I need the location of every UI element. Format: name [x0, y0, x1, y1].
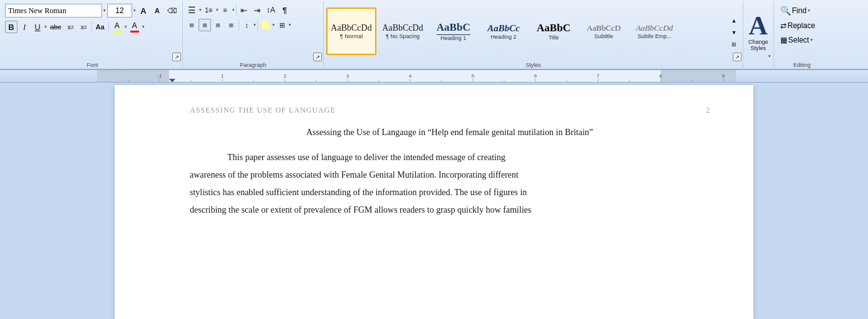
underline-button[interactable]: U: [31, 21, 44, 33]
style-heading2-label: Heading 2: [490, 34, 516, 40]
styles-expand-button[interactable]: ↗: [733, 53, 741, 61]
svg-text:6: 6: [534, 73, 537, 79]
select-button[interactable]: ▦ Select ▾: [778, 34, 827, 46]
doc-para-2: awareness of the problems associated wit…: [190, 166, 710, 184]
borders-button[interactable]: ⊞: [276, 19, 288, 31]
svg-text:5: 5: [472, 73, 475, 79]
styles-scroll: ▲ ▼ ⊞: [728, 13, 740, 50]
style-subtitle[interactable]: AaBbCcD Subtitle: [579, 8, 628, 55]
style-subtle-emphasis[interactable]: AaBbCcDd Subtle Emp...: [629, 8, 679, 55]
highlight-color-button[interactable]: A: [110, 20, 124, 34]
align-right-button[interactable]: ≡: [212, 19, 224, 31]
increase-indent-button[interactable]: ⇥: [251, 4, 264, 16]
change-styles-button[interactable]: A Change Styles ▾: [743, 1, 774, 70]
svg-text:-1: -1: [157, 73, 162, 79]
style-heading1-label: Heading 1: [440, 35, 466, 41]
doc-para-3: stylistics has enabled sufficient unders…: [190, 184, 710, 201]
styles-scroll-up[interactable]: ▲: [728, 15, 740, 26]
para-divider3: [257, 19, 258, 31]
doc-para-title: Assessing the Use of Langauge in “Help e…: [190, 124, 710, 141]
font-name-arrow[interactable]: ▾: [103, 8, 106, 13]
change-case-button[interactable]: Aa: [93, 21, 107, 33]
style-subtitle-preview: AaBbCcD: [587, 23, 621, 33]
align-center-button[interactable]: ≡: [199, 19, 211, 31]
style-no-spacing[interactable]: AaBbCcDd ¶ No Spacing: [378, 8, 428, 55]
style-heading2[interactable]: AaBbCc Heading 2: [479, 8, 528, 55]
ribbon: Times New Roman ▾ 12 ▾ A A ⌫ B I U ▾ abc…: [0, 0, 868, 70]
paragraph-section: ☰ ▾ 1≡ ▾ ≡ ▾ ⇤ ⇥ ↕A ¶ ≡ ≡ ≡ ≡ ↕ ▾ ▾ ⊞: [183, 1, 324, 70]
find-arrow[interactable]: ▾: [808, 8, 810, 13]
select-arrow[interactable]: ▾: [810, 38, 813, 43]
bold-button[interactable]: B: [5, 21, 18, 33]
font-expand-button[interactable]: ↗: [172, 53, 181, 61]
change-styles-icon: A: [749, 13, 768, 39]
strikethrough-button[interactable]: abc: [48, 21, 64, 33]
page-header: ASSESSING THE USE OF LANGUAGE 2: [190, 104, 710, 118]
style-heading2-preview: AaBbCc: [487, 23, 520, 34]
superscript-button[interactable]: x2: [78, 21, 90, 33]
numbering-arrow[interactable]: ▾: [216, 8, 219, 13]
page-number: 2: [706, 104, 710, 118]
doc-para-4: describing the scale or extent of preval…: [190, 201, 710, 219]
font-color-arrow[interactable]: ▾: [142, 24, 145, 29]
shading-arrow[interactable]: ▾: [272, 23, 275, 28]
style-title-label: Title: [549, 34, 559, 41]
bullets-arrow[interactable]: ▾: [199, 8, 202, 13]
document-body[interactable]: Assessing the Use of Langauge in “Help e…: [190, 124, 710, 219]
multilevel-arrow[interactable]: ▾: [232, 8, 235, 13]
para-divider2: [239, 19, 239, 31]
style-subtitle-label: Subtitle: [594, 33, 613, 39]
font-color-button[interactable]: A: [128, 20, 142, 34]
clear-format-button[interactable]: ⌫: [165, 4, 180, 17]
style-subtle-emphasis-preview: AaBbCcDd: [636, 23, 673, 33]
style-heading1[interactable]: AaBbC Heading 1: [429, 8, 478, 55]
font-size-arrow[interactable]: ▾: [133, 8, 136, 13]
find-label: Find: [792, 6, 807, 15]
editing-section-label: Editing: [774, 62, 830, 68]
font-divider: [91, 21, 92, 33]
shading-button[interactable]: [259, 19, 272, 31]
sort-button[interactable]: ↕A: [264, 4, 278, 16]
line-spacing-button[interactable]: ↕: [240, 19, 253, 31]
borders-arrow[interactable]: ▾: [289, 23, 291, 28]
editing-section: 🔍 Find ▾ ⇄ Replace ▦ Select ▾ Editing: [774, 1, 830, 70]
styles-scroll-down[interactable]: ▼: [728, 27, 740, 38]
decrease-indent-button[interactable]: ⇤: [238, 4, 251, 16]
ruler: -1 1 2 3 4 5 6 7 8 9: [0, 70, 868, 83]
doc-para-1: This paper assesses use of language to d…: [190, 149, 710, 166]
highlight-arrow[interactable]: ▾: [125, 24, 127, 29]
numbering-button[interactable]: 1≡: [202, 4, 215, 16]
style-normal-preview: AaBbCcDd: [331, 23, 371, 33]
font-size-box[interactable]: 12: [107, 4, 132, 18]
italic-button[interactable]: I: [18, 21, 31, 33]
style-normal[interactable]: AaBbCcDd ¶ Normal: [326, 8, 376, 55]
change-styles-arrow[interactable]: ▾: [768, 54, 771, 59]
select-icon: ▦: [780, 36, 787, 44]
justify-button[interactable]: ≡: [225, 19, 237, 31]
underline-arrow[interactable]: ▾: [44, 24, 47, 29]
change-styles-label: Change Styles: [748, 39, 768, 51]
svg-text:4: 4: [409, 73, 412, 79]
font-name-dropdown[interactable]: Times New Roman: [5, 4, 102, 18]
styles-scroll-more[interactable]: ⊞: [728, 39, 740, 50]
line-spacing-arrow[interactable]: ▾: [254, 23, 256, 28]
style-title[interactable]: AaBbC Title: [529, 8, 578, 55]
paragraph-expand-button[interactable]: ↗: [313, 53, 322, 61]
ruler-inner: -1 1 2 3 4 5 6 7 8 9: [97, 70, 736, 82]
grow-font-button[interactable]: A: [137, 4, 150, 17]
multilevel-list-button[interactable]: ≡: [219, 4, 232, 16]
document-page[interactable]: ASSESSING THE USE OF LANGUAGE 2 Assessin…: [115, 85, 753, 319]
align-left-button[interactable]: ≡: [185, 19, 198, 31]
bullets-button[interactable]: ☰: [185, 4, 199, 16]
svg-text:3: 3: [346, 73, 349, 79]
replace-button[interactable]: ⇄ Replace: [778, 19, 827, 32]
subscript-button[interactable]: x2: [65, 21, 77, 33]
styles-section-label: Styles: [324, 62, 743, 68]
style-title-preview: AaBbC: [537, 22, 571, 34]
select-label: Select: [788, 36, 809, 44]
shrink-font-button[interactable]: A: [151, 4, 163, 17]
show-hide-button[interactable]: ¶: [279, 4, 291, 16]
style-heading1-preview: AaBbC: [437, 21, 470, 35]
find-button[interactable]: 🔍 Find ▾: [778, 4, 827, 18]
style-no-spacing-label: ¶ No Spacing: [386, 33, 420, 39]
